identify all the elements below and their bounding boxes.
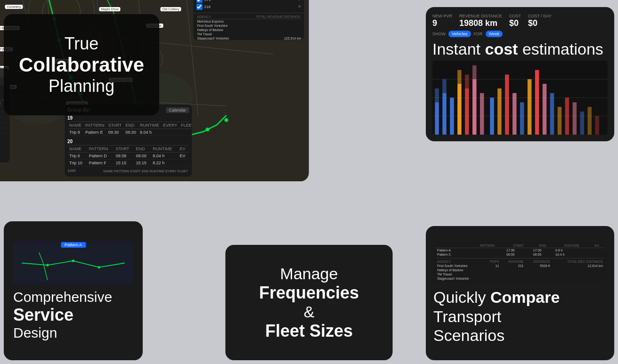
collab-line3: Planning (19, 76, 144, 96)
table-row: Trip 6Pattern D08:0808:008.04 hEV (67, 153, 189, 160)
cost-stats-row: NEW PVR 9 REVENUE DISTANCE 19808 km COST… (432, 14, 608, 28)
new-pvr-value: 9 (432, 18, 452, 28)
stat-revenue-dist: REVENUE DISTANCE 19808 km (459, 14, 502, 28)
ats-panel: ● 📅 🚌 ⚡ Active Transport Services ✕ ▼ Fi… (194, 0, 304, 40)
svg-rect-45 (528, 79, 532, 135)
svg-rect-34 (457, 70, 462, 84)
collab-line2: Collaborative (19, 54, 144, 76)
svg-rect-38 (472, 65, 477, 79)
design-line: Design (13, 325, 133, 341)
show-label: SHOW (432, 32, 446, 36)
service-bold-line: Service (13, 305, 133, 324)
table-row: Stagecoach Yorkshire (436, 276, 604, 281)
frequencies-title: Manage Frequencies & Fleet Sizes (252, 258, 366, 348)
table-row: Pattern C 06:55 06:55 10.4 h (436, 252, 604, 257)
for-label: FOR (474, 32, 483, 36)
svg-rect-53 (587, 107, 592, 135)
comprehensive-line: Comprehensive (13, 289, 133, 306)
stat-cost-per-day: COST / DAY $0 (528, 14, 552, 28)
schedule-table-1: NAMEPATTERNSTARTENDRUNTIMEEVERYFLEET Tri… (67, 122, 192, 136)
service-design-preview: Pattern A (13, 241, 133, 285)
fleet-sizes-bold: Fleet Sizes (259, 321, 359, 341)
item-eye-218[interactable]: 👁 (298, 5, 301, 9)
table-row: TM Travel (436, 272, 604, 276)
item-cb-218[interactable] (196, 4, 203, 10)
rev-dist-label: REVENUE DISTANCE (459, 14, 502, 18)
instant-label: Instant (432, 40, 485, 58)
table-row: Trip 8Pattern E09:3009:308.04 h (67, 129, 192, 136)
svg-rect-55 (13, 243, 133, 282)
estimations-label: estimations (522, 40, 603, 58)
svg-rect-35 (465, 89, 469, 135)
svg-rect-33 (457, 84, 462, 135)
panel-frequencies: Manage Frequencies & Fleet Sizes (226, 245, 393, 360)
table-row: Halleys of Baslow (436, 268, 604, 272)
table-row: Trip 10Pattern F15:1515:158.22 h (67, 160, 189, 167)
cost-chart (432, 61, 608, 135)
week-pill[interactable]: Week (486, 31, 503, 37)
section-19: 19 (67, 114, 189, 122)
svg-rect-40 (490, 98, 494, 135)
calendar-select[interactable]: Calendar (166, 107, 189, 113)
svg-rect-41 (497, 89, 502, 135)
schedule-table-2: NAMEPATTERNSTARTENDRUNTIMEEV Trip 6Patte… (67, 146, 189, 167)
cost-per-day-value: $0 (528, 18, 552, 28)
cost-value: $0 (509, 18, 521, 28)
svg-rect-50 (565, 98, 569, 135)
pattern-a-badge: Pattern A (61, 242, 86, 248)
collab-line1: True (19, 34, 144, 54)
table-row: First South Yorkshire 11 221 5528 ft 12,… (436, 264, 604, 268)
ats-item: 218👁 (196, 3, 301, 10)
svg-rect-54 (595, 116, 599, 135)
cost-label: COST (509, 14, 521, 18)
svg-rect-28 (435, 102, 439, 135)
svg-point-22 (206, 128, 210, 131)
and-line: & (259, 303, 359, 321)
service-design-title: Comprehensive Service Design (13, 289, 133, 341)
ats-item: X71👁 (196, 0, 301, 3)
panel-collaborative-planning: True Collaborative Planning (4, 14, 159, 115)
svg-point-56 (46, 264, 49, 266)
compare-bold: Compare (490, 288, 560, 306)
frequencies-bold: Frequencies (259, 283, 359, 303)
table-row: Pattern A 17:30 17:30 9.8 h (436, 248, 604, 252)
svg-point-58 (98, 266, 100, 268)
svg-rect-43 (512, 93, 517, 135)
table-row: Halleys of Baslow (196, 28, 301, 32)
mini-chart-area (432, 61, 608, 135)
panel-service-design: Pattern A Comprehensive Service Design (4, 221, 143, 360)
collaborative-title: True Collaborative Planning (9, 24, 154, 105)
table-row: First South Yorkshire (196, 24, 301, 28)
svg-rect-46 (535, 70, 539, 135)
item-eye-X71[interactable]: 👁 (298, 0, 301, 2)
stat-new-pvr: NEW PVR 9 (432, 14, 452, 28)
svg-rect-48 (550, 93, 554, 135)
panel-compare-scenarios: PATTERN START END RUNTIME EV Pattern A 1… (426, 226, 614, 360)
svg-rect-39 (480, 93, 484, 135)
vehicles-pill[interactable]: Vehicles (448, 31, 471, 37)
transport-label: Transport (433, 307, 607, 326)
table-row: Metrobus Express (196, 19, 301, 24)
cost-bold: cost (485, 40, 518, 58)
svg-rect-30 (442, 93, 447, 135)
svg-rect-49 (558, 107, 562, 135)
footer-table: NAMEPATTERNSTARTENDRUNTIMEEVERYFLEET (102, 169, 189, 174)
svg-rect-51 (573, 102, 577, 135)
panel-cost-estimations: NEW PVR 9 REVENUE DISTANCE 19808 km COST… (426, 7, 614, 141)
svg-rect-52 (580, 112, 585, 135)
stat-cost: COST $0 (509, 14, 521, 28)
svg-rect-32 (450, 98, 454, 135)
scenarios-label: Scenarios (433, 326, 607, 345)
section-20: 20 (67, 138, 189, 146)
compare-title: Quickly Compare Transport Scenarios (433, 288, 607, 345)
ats-items-list: 560👁801👁465👁564👁907👁132👁272👁257👁271👁X57👁… (196, 0, 301, 10)
svg-point-23 (225, 118, 228, 122)
table-row: TM Travel (196, 32, 301, 36)
show-bar: SHOW Vehicles FOR Week (432, 31, 608, 37)
item-cb-X71[interactable] (196, 0, 203, 3)
svg-point-57 (72, 259, 74, 262)
svg-rect-42 (505, 75, 509, 135)
svg-rect-44 (520, 102, 524, 135)
manage-line: Manage (259, 265, 359, 283)
quickly-label: Quickly (433, 288, 490, 306)
